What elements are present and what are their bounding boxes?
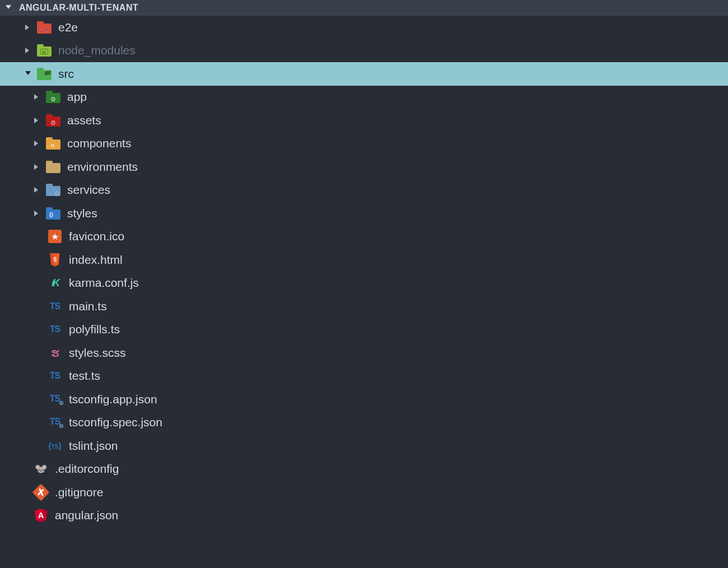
assets-folder-icon: ⚙: [46, 113, 60, 128]
tree-item-node-modules[interactable]: jsnode_modules: [0, 39, 728, 63]
html-file-icon: 5: [48, 253, 62, 267]
environments-folder-icon: [46, 160, 60, 174]
tree-item-label: tsconfig.spec.json: [69, 416, 162, 429]
project-title: ANGULAR-MULTI-TENANT: [19, 3, 138, 13]
src-folder-icon: [37, 67, 52, 81]
gitignore-file-icon: [34, 485, 48, 500]
chevron-right-icon: [34, 211, 40, 216]
tree-item-label: favicon.ico: [69, 230, 124, 243]
tree-item-label: angular.json: [55, 509, 118, 522]
svg-marker-9: [34, 211, 38, 216]
tree-item-angular-json[interactable]: Aangular.json: [0, 504, 728, 528]
karma-file-icon: ıK: [48, 276, 62, 290]
tree-item-label: main.ts: [69, 300, 107, 313]
svg-text:A: A: [38, 511, 44, 520]
ts-file-icon: TS: [48, 369, 62, 383]
tree-item-label: tslint.json: [69, 439, 118, 453]
svg-marker-4: [34, 94, 38, 100]
file-explorer: ANGULAR-MULTI-TENANT ←→e2ejsnode_modules…: [0, 0, 728, 527]
svg-marker-2: [25, 48, 29, 53]
tree-item-src[interactable]: src: [0, 62, 728, 86]
tree-item-favicon-ico[interactable]: ★favicon.ico: [0, 225, 728, 249]
tree-item-main-ts[interactable]: TSmain.ts: [0, 295, 728, 318]
svg-text:5: 5: [53, 257, 57, 263]
tree-item-label: src: [58, 67, 74, 81]
svg-marker-0: [6, 5, 11, 9]
tree-item-tslint-json[interactable]: {TS}tslint.json: [0, 434, 728, 458]
tree-item-styles[interactable]: {}styles: [0, 202, 728, 225]
tree-item-tsconfig-spec-json[interactable]: TS⚙tsconfig.spec.json: [0, 411, 728, 435]
tree-item-karma-conf-js[interactable]: ıKkarma.conf.js: [0, 272, 728, 295]
app-folder-icon: ⚙: [46, 90, 60, 104]
chevron-down-icon: [25, 71, 31, 77]
tree-item-label: test.ts: [69, 369, 100, 383]
chevron-right-icon: [34, 94, 40, 100]
ts-file-icon: TS: [48, 322, 62, 337]
svg-marker-3: [25, 71, 31, 75]
tree-item-label: components: [67, 137, 131, 150]
tree-item-label: assets: [67, 114, 101, 127]
chevron-right-icon: [34, 118, 40, 123]
tree-item-gitignore[interactable]: .gitignore: [0, 481, 728, 504]
chevron-down-icon: [6, 3, 11, 13]
tsconfig-file-icon: TS⚙: [48, 392, 62, 407]
tree-item-label: styles.scss: [69, 346, 126, 360]
tree-item-environments[interactable]: environments: [0, 155, 728, 179]
tree-item-components[interactable]: ‹›components: [0, 132, 728, 156]
chevron-right-icon: [34, 164, 40, 170]
styles-folder-icon: {}: [46, 206, 60, 221]
tree-item-label: services: [67, 183, 110, 197]
tsconfig-file-icon: TS⚙: [48, 415, 62, 430]
e2e-folder-icon: ←→: [37, 20, 52, 35]
tslint-file-icon: {TS}: [48, 439, 62, 453]
services-folder-icon: ⚙: [46, 183, 60, 197]
tree-item-services[interactable]: ⚙services: [0, 179, 728, 202]
chevron-right-icon: [25, 48, 31, 53]
tree-item-tsconfig-app-json[interactable]: TS⚙tsconfig.app.json: [0, 388, 728, 411]
tree-item-label: node_modules: [58, 44, 136, 57]
chevron-right-icon: [25, 25, 31, 30]
tree-item-label: .gitignore: [55, 486, 103, 499]
tree-item-editorconfig[interactable]: 🐭.editorconfig: [0, 458, 728, 481]
tree-item-label: karma.conf.js: [69, 276, 139, 290]
tree-item-label: .editorconfig: [55, 462, 119, 476]
tree-item-label: e2e: [58, 21, 78, 34]
svg-marker-6: [34, 141, 38, 146]
chevron-right-icon: [34, 187, 40, 193]
svg-marker-7: [34, 164, 38, 170]
svg-marker-8: [34, 187, 38, 193]
components-folder-icon: ‹›: [46, 136, 60, 151]
editorconfig-file-icon: 🐭: [34, 462, 48, 476]
tree-item-label: styles: [67, 207, 97, 220]
project-header[interactable]: ANGULAR-MULTI-TENANT: [0, 0, 728, 16]
tree-item-test-ts[interactable]: TStest.ts: [0, 365, 728, 388]
tree-item-e2e[interactable]: ←→e2e: [0, 16, 728, 39]
tree-item-index-html[interactable]: 5index.html: [0, 248, 728, 272]
svg-marker-1: [25, 25, 29, 30]
tree-item-assets[interactable]: ⚙assets: [0, 109, 728, 132]
tree-item-label: polyfills.ts: [69, 323, 120, 336]
tree-item-label: app: [67, 90, 87, 104]
tree-item-styles-scss[interactable]: ຮstyles.scss: [0, 341, 728, 365]
favicon-file-icon: ★: [48, 229, 62, 244]
tree-item-app[interactable]: ⚙app: [0, 86, 728, 109]
tree-item-label: environments: [67, 160, 138, 174]
scss-file-icon: ຮ: [48, 346, 62, 360]
tree-item-polyfills-ts[interactable]: TSpolyfills.ts: [0, 318, 728, 342]
tree-rows: ←→e2ejsnode_modulessrc⚙app⚙assets‹›compo…: [0, 16, 728, 527]
chevron-right-icon: [34, 141, 40, 146]
tree-item-label: index.html: [69, 253, 123, 267]
node-modules-folder-icon: js: [37, 43, 52, 58]
svg-marker-5: [34, 118, 38, 123]
angular-file-icon: A: [34, 508, 48, 523]
tree-item-label: tsconfig.app.json: [69, 393, 157, 406]
ts-file-icon: TS: [48, 299, 62, 314]
